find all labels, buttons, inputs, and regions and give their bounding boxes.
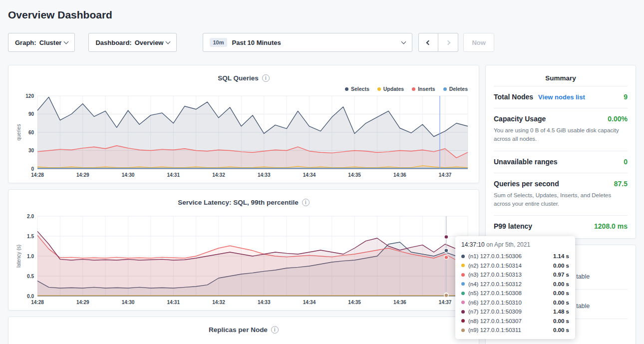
tooltip-node-label: (n4) 127.0.0.1:50312: [468, 281, 522, 287]
latency-chart[interactable]: 0.00.51.01.52.014:2814:2914:3014:3114:32…: [14, 212, 473, 307]
dashboard-dropdown-label: Dashboard:: [95, 39, 131, 46]
svg-text:14:31: 14:31: [167, 300, 180, 305]
chart-title: SQL Queries: [218, 74, 259, 82]
info-icon[interactable]: i: [302, 199, 310, 206]
tooltip-node-label: (n3) 127.0.0.1:50313: [468, 272, 522, 278]
next-time-button[interactable]: [438, 33, 458, 52]
svg-text:14:28: 14:28: [31, 300, 44, 305]
series-dot: [461, 329, 465, 332]
tooltip-node-value: 1.48 s: [553, 309, 569, 315]
svg-text:14:37: 14:37: [439, 300, 452, 305]
tooltip-row: (n8) 127.0.0.1:503070.00 s: [461, 317, 569, 326]
info-icon[interactable]: i: [271, 326, 279, 334]
series-dot: [461, 301, 465, 304]
legend-label: Inserts: [418, 86, 435, 92]
svg-text:120: 120: [25, 93, 34, 99]
summary-label: P99 latency: [494, 222, 532, 230]
summary-card: Summary Total Nodes View nodes list 9 Ca…: [485, 65, 636, 239]
dashboard-dropdown-value: Overview: [135, 39, 164, 46]
dashboard-dropdown[interactable]: Dashboard: Overview: [88, 33, 177, 52]
replicas-per-node-card: Replicas per Node i: [8, 317, 479, 344]
info-icon[interactable]: i: [262, 74, 270, 82]
chart-tooltip: 14:37:10 on Apr 5th, 2021 (n1) 127.0.0.1…: [455, 236, 575, 339]
summary-row-queries-per-second: Queries per second 87.5 Sum of Selects, …: [494, 173, 628, 216]
legend-item-selects[interactable]: Selects: [345, 86, 369, 92]
graph-dropdown[interactable]: Graph: Cluster: [8, 33, 75, 52]
time-range-picker[interactable]: 10m Past 10 Minutes: [203, 33, 412, 52]
svg-text:14:35: 14:35: [348, 300, 361, 305]
tooltip-node-value: 0.00 s: [553, 327, 569, 333]
svg-text:14:36: 14:36: [393, 300, 406, 305]
series-dot: [377, 87, 381, 91]
summary-value: 87.5: [614, 180, 628, 188]
legend-item-updates[interactable]: Updates: [377, 86, 404, 92]
tooltip-node-label: (n9) 127.0.0.1:50311: [468, 327, 521, 333]
chart-header: Replicas per Node i: [14, 323, 473, 335]
svg-text:30: 30: [28, 148, 34, 153]
tooltip-row: (n1) 127.0.0.1:503061.14 s: [461, 252, 569, 261]
tooltip-node-value: 0.00 s: [553, 318, 569, 324]
time-range-badge: 10m: [210, 38, 227, 47]
prev-time-button[interactable]: [418, 33, 438, 52]
chevron-right-icon: [446, 40, 451, 45]
series-dot: [461, 310, 465, 314]
tooltip-row: (n4) 127.0.0.1:503120.00 s: [461, 280, 569, 289]
summary-subtext: Sum of Selects, Updates, Inserts, and De…: [494, 191, 628, 209]
svg-text:14:34: 14:34: [303, 300, 316, 305]
chevron-down-icon: [166, 39, 171, 44]
tooltip-node-value: 0.97 s: [553, 272, 569, 278]
svg-text:14:37: 14:37: [439, 172, 452, 178]
chevron-left-icon: [426, 40, 431, 45]
tooltip-date: on Apr 5th, 2021: [486, 241, 530, 248]
svg-text:14:31: 14:31: [167, 172, 180, 178]
charts-column: SQL Queries i SelectsUpdatesInsertsDelet…: [8, 65, 479, 344]
summary-row-unavailable-ranges: Unavailable ranges 0: [494, 151, 628, 173]
series-dot: [461, 273, 465, 277]
legend-label: Selects: [351, 86, 369, 92]
chart-title: Service Latency: SQL, 99th percentile: [178, 199, 299, 206]
sql-queries-chart[interactable]: 030609012014:2814:2914:3014:3114:3214:33…: [14, 92, 473, 180]
tooltip-time: 14:37:10: [461, 241, 485, 248]
svg-text:14:35: 14:35: [348, 172, 361, 178]
tooltip-node-value: 0.00 s: [553, 281, 569, 287]
summary-title: Summary: [494, 68, 628, 86]
tooltip-rows: (n1) 127.0.0.1:503061.14 s(n2) 127.0.0.1…: [461, 252, 569, 335]
svg-text:1.5: 1.5: [27, 234, 34, 239]
svg-text:queries: queries: [16, 124, 21, 141]
summary-value: 1208.0 ms: [594, 222, 628, 230]
tooltip-node-value: 0.00 s: [553, 290, 569, 296]
toolbar: Graph: Cluster Dashboard: Overview 10m P…: [8, 33, 636, 52]
tooltip-node-label: (n5) 127.0.0.1:50308: [468, 290, 522, 296]
chart-header: SQL Queries i: [14, 71, 473, 83]
chart-title: Replicas per Node: [209, 326, 268, 334]
svg-text:14:33: 14:33: [258, 172, 271, 178]
series-dot: [461, 255, 465, 258]
svg-text:0: 0: [31, 166, 34, 172]
svg-text:14:32: 14:32: [212, 300, 225, 305]
tooltip-header: 14:37:10 on Apr 5th, 2021: [461, 241, 569, 252]
legend-item-deletes[interactable]: Deletes: [443, 86, 468, 92]
now-button[interactable]: Now: [463, 33, 494, 52]
tooltip-row: (n6) 127.0.0.1:503100.00 s: [461, 298, 569, 308]
tooltip-node-value: 0.00 s: [553, 263, 569, 269]
tooltip-row: (n7) 127.0.0.1:503091.48 s: [461, 307, 569, 317]
tooltip-row: (n3) 127.0.0.1:503130.97 s: [461, 270, 569, 280]
tooltip-row: (n5) 127.0.0.1:503080.00 s: [461, 289, 569, 298]
sql-queries-card: SQL Queries i SelectsUpdatesInsertsDelet…: [8, 65, 479, 183]
view-nodes-link[interactable]: View nodes list: [538, 93, 585, 101]
series-dot: [461, 292, 465, 295]
svg-text:14:30: 14:30: [122, 172, 135, 178]
legend-item-inserts[interactable]: Inserts: [412, 86, 435, 92]
svg-text:14:34: 14:34: [303, 172, 316, 178]
time-step-arrows: [418, 33, 458, 52]
summary-value: 9: [624, 93, 628, 101]
tooltip-row: (n9) 127.0.0.1:503110.00 s: [461, 326, 569, 335]
summary-label: Total Nodes: [494, 93, 533, 101]
tooltip-node-label: (n6) 127.0.0.1:50310: [468, 300, 522, 306]
summary-label: Capacity Usage: [494, 115, 546, 123]
series-dot: [412, 87, 415, 91]
tooltip-node-label: (n8) 127.0.0.1:50307: [468, 318, 522, 324]
chevron-down-icon: [64, 39, 69, 44]
series-dot: [461, 264, 465, 267]
svg-text:60: 60: [28, 130, 34, 135]
